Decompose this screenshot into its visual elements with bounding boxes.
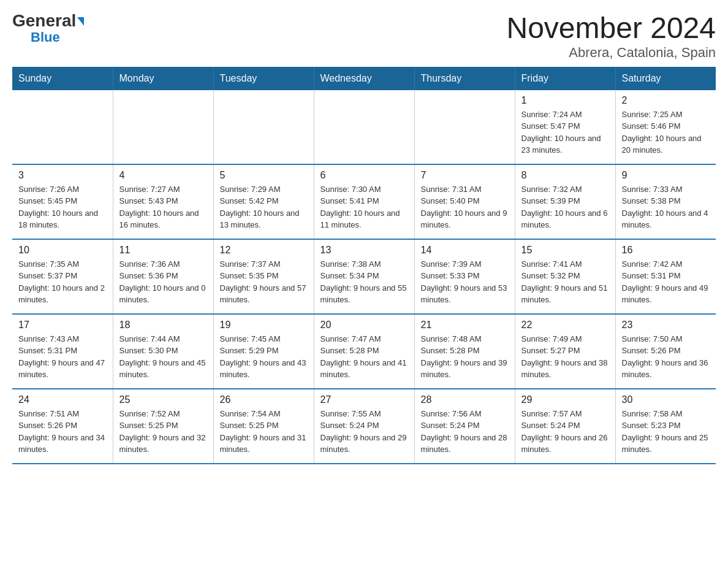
day-info: Sunrise: 7:27 AMSunset: 5:43 PMDaylight:… [119, 183, 207, 231]
day-number: 22 [521, 320, 609, 331]
weekday-header-tuesday: Tuesday [213, 67, 314, 90]
calendar-day-cell: 27Sunrise: 7:55 AMSunset: 5:24 PMDayligh… [314, 389, 414, 464]
day-info: Sunrise: 7:44 AMSunset: 5:30 PMDaylight:… [119, 333, 207, 381]
calendar-day-cell: 17Sunrise: 7:43 AMSunset: 5:31 PMDayligh… [12, 314, 113, 389]
calendar-day-cell: 6Sunrise: 7:30 AMSunset: 5:41 PMDaylight… [314, 164, 414, 239]
calendar-day-cell: 21Sunrise: 7:48 AMSunset: 5:28 PMDayligh… [414, 314, 515, 389]
calendar-table: SundayMondayTuesdayWednesdayThursdayFrid… [12, 67, 716, 464]
calendar-day-cell: 29Sunrise: 7:57 AMSunset: 5:24 PMDayligh… [515, 389, 615, 464]
day-number: 8 [521, 170, 609, 181]
calendar-day-cell: 5Sunrise: 7:29 AMSunset: 5:42 PMDaylight… [213, 164, 314, 239]
calendar-day-cell: 12Sunrise: 7:37 AMSunset: 5:35 PMDayligh… [213, 239, 314, 314]
calendar-day-cell: 3Sunrise: 7:26 AMSunset: 5:45 PMDaylight… [12, 164, 113, 239]
calendar-day-cell [213, 90, 314, 164]
weekday-header-monday: Monday [113, 67, 213, 90]
day-info: Sunrise: 7:26 AMSunset: 5:45 PMDaylight:… [18, 183, 107, 231]
day-number: 9 [622, 170, 710, 181]
calendar-day-cell: 14Sunrise: 7:39 AMSunset: 5:33 PMDayligh… [414, 239, 515, 314]
day-number: 16 [622, 245, 710, 256]
day-info: Sunrise: 7:30 AMSunset: 5:41 PMDaylight:… [320, 183, 408, 231]
calendar-day-cell: 9Sunrise: 7:33 AMSunset: 5:38 PMDaylight… [615, 164, 716, 239]
day-info: Sunrise: 7:37 AMSunset: 5:35 PMDaylight:… [220, 258, 308, 306]
day-number: 13 [320, 245, 408, 256]
calendar-week-row: 3Sunrise: 7:26 AMSunset: 5:45 PMDaylight… [12, 164, 716, 239]
calendar-day-cell: 26Sunrise: 7:54 AMSunset: 5:25 PMDayligh… [213, 389, 314, 464]
calendar-title-block: November 2024 Abrera, Catalonia, Spain [506, 12, 716, 61]
calendar-week-row: 1Sunrise: 7:24 AMSunset: 5:47 PMDaylight… [12, 90, 716, 164]
day-number: 30 [622, 394, 710, 405]
day-info: Sunrise: 7:32 AMSunset: 5:39 PMDaylight:… [521, 183, 609, 231]
day-number: 20 [320, 320, 408, 331]
day-number: 10 [18, 245, 107, 256]
day-info: Sunrise: 7:24 AMSunset: 5:47 PMDaylight:… [521, 109, 609, 156]
day-info: Sunrise: 7:47 AMSunset: 5:28 PMDaylight:… [320, 333, 408, 381]
day-number: 14 [421, 245, 509, 256]
day-info: Sunrise: 7:55 AMSunset: 5:24 PMDaylight:… [320, 408, 408, 456]
calendar-day-cell: 4Sunrise: 7:27 AMSunset: 5:43 PMDaylight… [113, 164, 213, 239]
logo-triangle-icon [77, 17, 84, 26]
calendar-title: November 2024 [506, 12, 716, 45]
day-info: Sunrise: 7:58 AMSunset: 5:23 PMDaylight:… [622, 408, 710, 456]
day-info: Sunrise: 7:57 AMSunset: 5:24 PMDaylight:… [521, 408, 609, 456]
day-number: 7 [421, 170, 509, 181]
day-number: 12 [220, 245, 308, 256]
day-info: Sunrise: 7:45 AMSunset: 5:29 PMDaylight:… [220, 333, 308, 381]
calendar-day-cell: 13Sunrise: 7:38 AMSunset: 5:34 PMDayligh… [314, 239, 414, 314]
weekday-header-friday: Friday [515, 67, 615, 90]
day-number: 6 [320, 170, 408, 181]
logo-general-text: General [12, 12, 84, 29]
day-number: 5 [220, 170, 308, 181]
day-number: 2 [622, 95, 710, 106]
calendar-day-cell: 7Sunrise: 7:31 AMSunset: 5:40 PMDaylight… [414, 164, 515, 239]
day-number: 19 [220, 320, 308, 331]
day-number: 27 [320, 394, 408, 405]
calendar-day-cell: 30Sunrise: 7:58 AMSunset: 5:23 PMDayligh… [615, 389, 716, 464]
day-info: Sunrise: 7:31 AMSunset: 5:40 PMDaylight:… [421, 183, 509, 231]
day-number: 4 [119, 170, 207, 181]
calendar-day-cell: 28Sunrise: 7:56 AMSunset: 5:24 PMDayligh… [414, 389, 515, 464]
calendar-day-cell [113, 90, 213, 164]
day-number: 29 [521, 394, 609, 405]
weekday-header-wednesday: Wednesday [314, 67, 414, 90]
day-info: Sunrise: 7:38 AMSunset: 5:34 PMDaylight:… [320, 258, 408, 306]
calendar-week-row: 17Sunrise: 7:43 AMSunset: 5:31 PMDayligh… [12, 314, 716, 389]
calendar-day-cell: 23Sunrise: 7:50 AMSunset: 5:26 PMDayligh… [615, 314, 716, 389]
calendar-day-cell: 20Sunrise: 7:47 AMSunset: 5:28 PMDayligh… [314, 314, 414, 389]
weekday-header-thursday: Thursday [414, 67, 515, 90]
calendar-day-cell: 19Sunrise: 7:45 AMSunset: 5:29 PMDayligh… [213, 314, 314, 389]
calendar-day-cell: 22Sunrise: 7:49 AMSunset: 5:27 PMDayligh… [515, 314, 615, 389]
day-info: Sunrise: 7:39 AMSunset: 5:33 PMDaylight:… [421, 258, 509, 306]
calendar-day-cell: 18Sunrise: 7:44 AMSunset: 5:30 PMDayligh… [113, 314, 213, 389]
page-header: General Blue November 2024 Abrera, Catal… [12, 12, 716, 61]
calendar-day-cell: 15Sunrise: 7:41 AMSunset: 5:32 PMDayligh… [515, 239, 615, 314]
day-number: 1 [521, 95, 609, 106]
calendar-day-cell [414, 90, 515, 164]
day-number: 15 [521, 245, 609, 256]
calendar-day-cell: 25Sunrise: 7:52 AMSunset: 5:25 PMDayligh… [113, 389, 213, 464]
calendar-day-cell: 2Sunrise: 7:25 AMSunset: 5:46 PMDaylight… [615, 90, 716, 164]
day-number: 24 [18, 394, 107, 405]
calendar-day-cell: 16Sunrise: 7:42 AMSunset: 5:31 PMDayligh… [615, 239, 716, 314]
day-info: Sunrise: 7:36 AMSunset: 5:36 PMDaylight:… [119, 258, 207, 306]
day-number: 21 [421, 320, 509, 331]
day-number: 18 [119, 320, 207, 331]
calendar-day-cell: 10Sunrise: 7:35 AMSunset: 5:37 PMDayligh… [12, 239, 113, 314]
day-info: Sunrise: 7:42 AMSunset: 5:31 PMDaylight:… [622, 258, 710, 306]
day-number: 25 [119, 394, 207, 405]
day-info: Sunrise: 7:56 AMSunset: 5:24 PMDaylight:… [421, 408, 509, 456]
day-info: Sunrise: 7:51 AMSunset: 5:26 PMDaylight:… [18, 408, 107, 456]
day-info: Sunrise: 7:41 AMSunset: 5:32 PMDaylight:… [521, 258, 609, 306]
calendar-day-cell: 8Sunrise: 7:32 AMSunset: 5:39 PMDaylight… [515, 164, 615, 239]
day-info: Sunrise: 7:50 AMSunset: 5:26 PMDaylight:… [622, 333, 710, 381]
day-info: Sunrise: 7:52 AMSunset: 5:25 PMDaylight:… [119, 408, 207, 456]
calendar-day-cell [314, 90, 414, 164]
day-number: 3 [18, 170, 107, 181]
calendar-day-cell: 24Sunrise: 7:51 AMSunset: 5:26 PMDayligh… [12, 389, 113, 464]
calendar-week-row: 10Sunrise: 7:35 AMSunset: 5:37 PMDayligh… [12, 239, 716, 314]
day-number: 23 [622, 320, 710, 331]
day-info: Sunrise: 7:33 AMSunset: 5:38 PMDaylight:… [622, 183, 710, 231]
weekday-header-sunday: Sunday [12, 67, 113, 90]
calendar-day-cell [12, 90, 113, 164]
weekday-header-saturday: Saturday [615, 67, 716, 90]
calendar-subtitle: Abrera, Catalonia, Spain [506, 45, 716, 61]
